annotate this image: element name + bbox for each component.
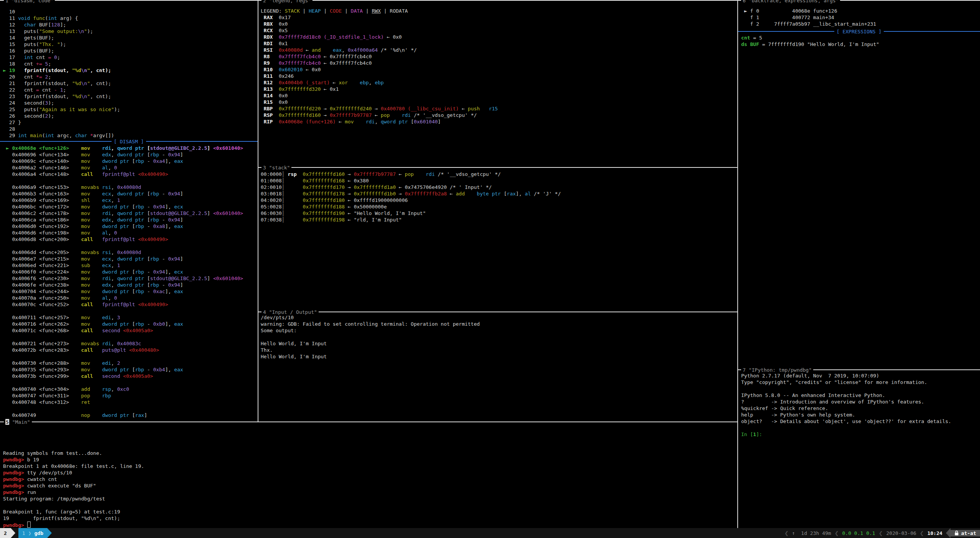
terminal-line: Breakpoint 1 at 0x40068e: file test.c, l… <box>3 463 144 469</box>
terminal-line: Hello World, I'm Input <box>261 353 480 360</box>
terminal-line: 29 int main(int argc, char *argv[]) <box>3 132 120 139</box>
input-output-pane[interactable]: /dev/pts/10warning: GDB: Failed to set c… <box>261 314 480 360</box>
pane-border-vertical-left[interactable] <box>258 0 258 422</box>
terminal-line: R12 0x4004b0 (_start) ← xor ebp, ebp <box>261 79 498 86</box>
terminal-line: ? -> Introduction and overview of IPytho… <box>741 399 951 405</box>
terminal-line <box>3 443 144 450</box>
terminal-line <box>3 437 144 443</box>
terminal-line <box>3 379 243 386</box>
terminal-line: 14 gets(BUF); <box>3 34 120 41</box>
terminal-line: 0x4006a2 <func+146> mov al, 0 <box>3 164 243 171</box>
terminal-line: 03:0018│ 0x7fffffffd178 → 0x7fffffffd1b0… <box>261 190 561 197</box>
terminal-line: 24 second(3); <box>3 100 120 106</box>
stack-pane[interactable]: 00:0000│ rsp 0x7fffffffd160 → 0x7ffff7b9… <box>261 171 561 223</box>
load-average: 0.0 0.1 0.1 <box>842 530 875 536</box>
terminal-line: 18 cnt += 5; <box>3 61 120 67</box>
terminal-line <box>3 334 243 340</box>
terminal-line: Python 2.7.17 (default, Nov 7 2019, 10:0… <box>741 372 951 379</box>
terminal-line: 27 } <box>3 119 120 126</box>
terminal-line: 0x400721 <func+273> movabs rdi, 0x40083c <box>3 340 243 347</box>
terminal-line: 0x4006fe <func+238> mov edx, dword ptr [… <box>3 282 243 288</box>
disassembly-pane[interactable]: ► 0x40068e <func+126> mov rdi, qword ptr… <box>3 145 243 418</box>
status-right: ❮ ↑ 1d 23h 49m ❮ 0.0 0.1 0.1 ❮ 2020-03-0… <box>781 528 980 538</box>
terminal-line: 22 cnt = cnt - 1; <box>3 87 120 93</box>
pane-title-disasm-code: 1 "disasm, code" <box>4 0 55 4</box>
hostname-text: at-at <box>961 530 976 536</box>
backtrace-pane[interactable]: ► f 0 40068e func+126 f 1 400772 main+34… <box>741 8 876 27</box>
date-text: 2020-03-06 <box>886 530 916 536</box>
terminal-line: RSP 0x7fffffffd160 → 0x7ffff7b97787 ← po… <box>261 112 498 118</box>
terminal-line: 0x4006a9 <func+153> movabs rsi, 0x40080d <box>3 184 243 190</box>
terminal-line: 10 <box>3 8 120 15</box>
terminal-line: 0x40071c <func+268> call second <0x4005a… <box>3 327 243 334</box>
registers-pane[interactable]: LEGEND: STACK | HEAP | CODE | DATA | RWX… <box>261 8 498 125</box>
source-code-pane[interactable]: 10 11 void func(int arg) { 12 char BUF[1… <box>3 8 120 139</box>
terminal-line: R14 0x0 <box>261 92 498 99</box>
terminal-line: RDX 0x7ffff7dd18c0 (_IO_stdfile_1_lock) … <box>261 34 498 40</box>
terminal-line: 0x4006a4 <func+148> call fprintf@plt <0x… <box>3 171 243 177</box>
terminal-line: In [1]: <box>741 431 951 438</box>
terminal-line: Reading symbols from test...done. <box>3 450 144 456</box>
terminal-line: RDI 0x1 <box>261 40 498 47</box>
terminal-line: 0x40070c <func+252> call fprintf@plt <0x… <box>3 301 243 308</box>
terminal-line: 0x4006b3 <func+163> mov ecx, dword ptr [… <box>3 190 243 197</box>
terminal-line: pwndbg> <box>3 522 144 528</box>
terminal-line: 3 "stack" <box>263 164 290 171</box>
terminal-line: 20 cnt *= 2; <box>3 74 120 80</box>
terminal-line: 15 puts("Thx. "); <box>3 41 120 48</box>
terminal-line: 0x400740 <func+304> add rsp, 0xc0 <box>3 386 243 392</box>
terminal-line: 0x400711 <func+257> mov edi, 3 <box>3 314 243 321</box>
pane-border-main[interactable] <box>0 422 738 422</box>
terminal-line: help -> Python's own help system. <box>741 412 951 418</box>
terminal-line: cnt = 5 <box>741 34 879 41</box>
terminal-line: ► f 0 40068e func+126 <box>741 8 876 14</box>
pane-border-io[interactable] <box>258 312 737 312</box>
pane-title-backtrace: 6 "backtrace, expressions, args" <box>741 0 840 4</box>
terminal-line: Some output: <box>261 327 480 334</box>
terminal-line: 11 void func(int arg) { <box>3 15 120 21</box>
terminal-line: 00:0000│ rsp 0x7fffffffd160 → 0x7ffff7b9… <box>261 171 561 177</box>
terminal-line: RSI 0x40080d ← and eax, 0x4f000a64 /* '%… <box>261 47 498 53</box>
terminal-line: Thx. <box>261 347 480 353</box>
terminal-line: 0x40072b <func+283> call puts@plt <0x400… <box>3 347 243 353</box>
terminal-line: RAX 0x17 <box>261 14 498 21</box>
terminal-line: 0x4006f6 <func+230> mov rdi, qword ptr [… <box>3 275 243 282</box>
terminal-line: 0x40069c <func+140> mov dword ptr [rbp -… <box>3 158 243 164</box>
expressions-pane[interactable]: cnt = 5ds BUF = 7fffffffd190 "Hello Worl… <box>741 34 879 48</box>
disasm-section-label: [ DISASM ] <box>0 138 258 145</box>
terminal-line: Starting program: /tmp/pwndbg/test <box>3 495 144 502</box>
terminal-line: 0x400704 <func+244> mov dword ptr [rbp -… <box>3 288 243 295</box>
terminal-line: ds BUF = 7fffffffd190 "Hello World, I'm … <box>741 41 879 48</box>
terminal-line: 0x40073b <func+299> call second <0x4005a… <box>3 373 243 379</box>
pane-border-stack[interactable] <box>258 167 737 168</box>
terminal-line: 12 char BUF[128]; <box>3 21 120 28</box>
terminal-line: /dev/pts/10 <box>261 314 480 321</box>
chevron-right-icon: ❯ <box>28 530 31 536</box>
terminal-line <box>3 243 243 249</box>
terminal-line: R11 0x246 <box>261 73 498 79</box>
terminal-line <box>261 334 480 340</box>
terminal-line: ► 19 fprintf(stdout, "%d\n", cnt); <box>3 67 120 74</box>
terminal-line: warning: GDB: Failed to set controlling … <box>261 321 480 327</box>
powerline-arrow-icon <box>11 528 15 538</box>
pane-title-main: 5 "Main" <box>4 419 32 425</box>
terminal-line: 0x4006b9 <func+169> shl ecx, 1 <box>3 197 243 203</box>
window-tab-gdb[interactable]: 1 ❯ gdb <box>18 528 47 538</box>
terminal-line: 0x4006bc <func+172> mov dword ptr [rbp -… <box>3 203 243 210</box>
session-tab[interactable]: 2 <box>0 528 11 538</box>
ipython-pane[interactable]: Python 2.7.17 (default, Nov 7 2019, 10:0… <box>741 372 951 438</box>
gdb-main-pane[interactable]: Reading symbols from test...done.pwndbg>… <box>3 424 144 528</box>
terminal-line: RIP 0x40068e (func+126) ← mov rdi, qword… <box>261 118 498 125</box>
terminal-line: 0x400749 nop dword ptr [rax] <box>3 412 243 418</box>
uptime-text: 1d 23h 49m <box>801 530 831 536</box>
pane-border-vertical-right[interactable] <box>737 0 738 528</box>
terminal-line <box>3 405 243 412</box>
hostname-segment: at-at <box>950 530 980 536</box>
terminal-line: pwndbg> tty /dev/pts/10 <box>3 469 144 476</box>
terminal-line: 4 "Input / Output" <box>263 309 317 315</box>
terminal-line: R15 0x0 <box>261 99 498 105</box>
terminal-line: 0x4006d8 <func+200> call fprintf@plt <0x… <box>3 236 243 243</box>
terminal-line: 13 puts("Some output:\n"); <box>3 28 120 34</box>
terminal-line <box>3 353 243 360</box>
terminal-line: pwndbg> b 19 <box>3 456 144 463</box>
